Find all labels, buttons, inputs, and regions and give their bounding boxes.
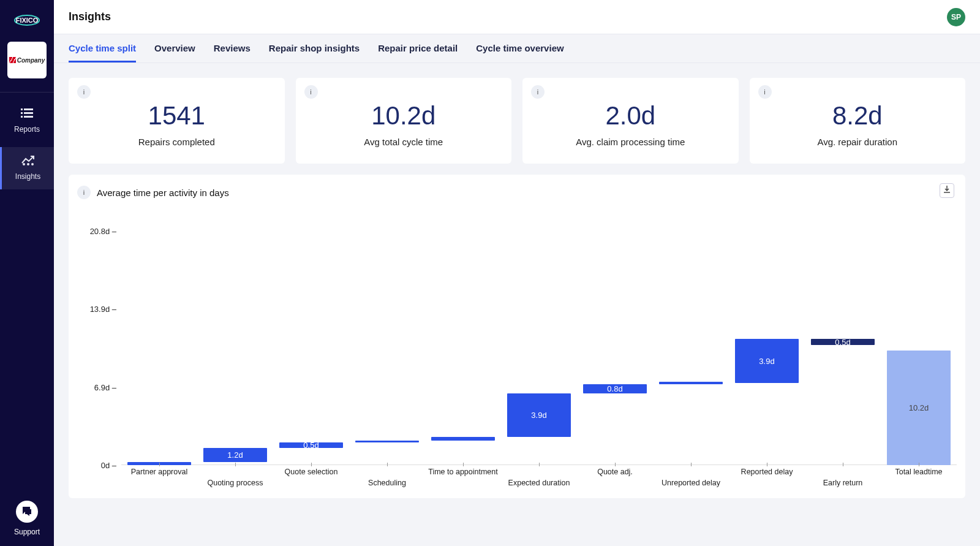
trend-icon (21, 156, 35, 169)
sidebar-item-reports[interactable]: Reports (0, 100, 54, 142)
company-label: Company (17, 57, 45, 64)
bar-label: 0.8d (607, 384, 622, 393)
svg-rect-6 (24, 116, 33, 118)
x-tick-label: Quote adj. (577, 468, 653, 476)
x-tick: Partner approval (121, 465, 197, 492)
tab-cycle-time-overview[interactable]: Cycle time overview (476, 43, 564, 63)
bar-label: 0.5d (303, 441, 318, 450)
x-tick: Scheduling (349, 465, 425, 492)
kpi-value: 1541 (80, 101, 274, 131)
svg-point-9 (32, 164, 33, 165)
plot: 1.2d0.5d3.9d0.8d3.9d0.5d10.2d (121, 208, 957, 465)
sidebar-item-label: Reports (14, 125, 40, 134)
x-tick: Quoting process (197, 465, 273, 492)
company-logo-icon (9, 57, 16, 63)
download-button[interactable] (940, 183, 954, 198)
svg-rect-4 (24, 112, 33, 114)
bar-reported-delay[interactable]: 3.9d (735, 339, 799, 383)
tab-cycle-time-split[interactable]: Cycle time split (69, 43, 136, 63)
svg-rect-5 (21, 116, 23, 118)
x-tick: Time to appointment (425, 465, 501, 492)
bar-quote-adj-[interactable]: 0.8d (583, 384, 647, 393)
kpi-label: Avg total cycle time (307, 137, 501, 147)
support-button[interactable] (16, 501, 38, 523)
kpi-label: Repairs completed (80, 137, 274, 147)
kpi-repair-duration: i 8.2d Avg. repair duration (750, 78, 966, 164)
x-tick: Total leadtime (881, 465, 957, 492)
info-icon[interactable]: i (758, 85, 772, 99)
bars: 1.2d0.5d3.9d0.8d3.9d0.5d10.2d (121, 208, 957, 465)
kpi-value: 2.0d (533, 101, 728, 131)
bar-quote-selection[interactable]: 0.5d (279, 442, 343, 448)
tick-mark (387, 463, 388, 466)
tick-mark (691, 463, 692, 466)
y-tick-label: 20.8d – (90, 227, 116, 236)
kpi-row: i 1541 Repairs completed i 10.2d Avg tot… (69, 78, 965, 164)
tick-mark (615, 463, 616, 466)
info-icon[interactable]: i (77, 85, 91, 99)
tick-mark (539, 463, 540, 466)
bar-label: 1.2d (227, 450, 243, 460)
x-tick: Expected duration (501, 465, 577, 492)
company-selector[interactable]: Company (7, 42, 47, 78)
bar-time-to-appointment[interactable] (431, 437, 495, 441)
bar-total-leadtime[interactable]: 10.2d (887, 351, 951, 465)
kpi-claim-processing: i 2.0d Avg. claim processing time (522, 78, 739, 164)
bar-slot: 10.2d (881, 208, 957, 465)
y-tick-label: 6.9d – (94, 383, 116, 392)
bar-label: 3.9d (759, 357, 774, 366)
bar-unreported-delay[interactable] (659, 382, 723, 384)
bar-slot (349, 208, 425, 465)
info-icon[interactable]: i (77, 186, 91, 199)
header: Insights SP (54, 0, 980, 34)
svg-rect-1 (21, 108, 23, 110)
main: Insights SP Cycle time split Overview Re… (54, 0, 980, 546)
chart-area: 20.8d –13.9d –6.9d –0d – 1.2d0.5d3.9d0.8… (77, 208, 957, 465)
y-tick-label: 0d – (101, 461, 116, 470)
x-tick-label: Unreported delay (653, 479, 729, 487)
bar-expected-duration[interactable]: 3.9d (507, 393, 571, 438)
chart-title: Average time per activity in days (97, 188, 229, 198)
y-axis: 20.8d –13.9d –6.9d –0d – (77, 208, 121, 465)
x-tick: Early return (805, 465, 881, 492)
bar-early-return[interactable]: 0.5d (811, 339, 875, 344)
bar-slot: 3.9d (501, 208, 577, 465)
tick-mark (919, 463, 919, 466)
kpi-repairs-completed: i 1541 Repairs completed (69, 78, 285, 164)
list-icon (21, 108, 33, 121)
svg-point-7 (23, 164, 24, 165)
support-label: Support (14, 528, 40, 536)
page-title: Insights (69, 10, 111, 23)
tab-repair-shop[interactable]: Repair shop insights (269, 43, 360, 63)
y-tick-label: 13.9d – (90, 305, 116, 314)
info-icon[interactable]: i (531, 85, 545, 99)
bar-slot: 0.8d (577, 208, 653, 465)
bar-scheduling[interactable] (355, 441, 419, 443)
tab-reviews[interactable]: Reviews (214, 43, 251, 63)
download-icon (943, 185, 951, 196)
kpi-avg-total-cycle: i 10.2d Avg total cycle time (296, 78, 512, 164)
sidebar-nav: Reports Insights (0, 92, 54, 189)
bar-slot: 3.9d (729, 208, 805, 465)
info-icon[interactable]: i (304, 85, 318, 99)
x-tick: Reported delay (729, 465, 805, 492)
kpi-label: Avg. repair duration (761, 137, 955, 147)
tick-mark (767, 463, 767, 466)
tabs: Cycle time split Overview Reviews Repair… (54, 34, 980, 63)
tab-overview[interactable]: Overview (154, 43, 195, 63)
sidebar-item-insights[interactable]: Insights (0, 147, 54, 189)
bar-label: 10.2d (909, 403, 929, 412)
x-tick-label: Early return (805, 479, 881, 487)
chat-icon (21, 506, 32, 518)
bar-slot: 0.5d (273, 208, 349, 465)
bar-label: 3.9d (531, 411, 546, 420)
svg-point-8 (28, 164, 29, 165)
tab-repair-price[interactable]: Repair price detail (378, 43, 458, 63)
x-tick: Unreported delay (653, 465, 729, 492)
avatar[interactable]: SP (947, 8, 965, 26)
tick-mark (843, 463, 843, 466)
x-tick: Quote selection (273, 465, 349, 492)
bar-slot: 1.2d (197, 208, 273, 465)
x-tick-label: Total leadtime (881, 468, 957, 476)
bar-quoting-process[interactable]: 1.2d (203, 448, 267, 461)
